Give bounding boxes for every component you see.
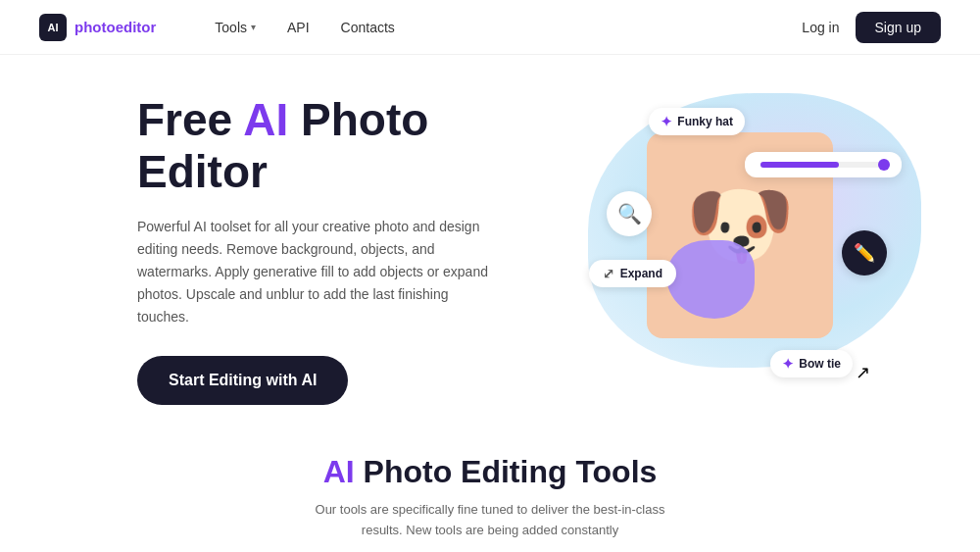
hero-section: Free AI PhotoEditor Powerful AI toolset … bbox=[0, 55, 980, 425]
logo-text: photoeditor bbox=[74, 19, 156, 35]
signup-button[interactable]: Sign up bbox=[856, 12, 941, 43]
plus-icon-2: ✦ bbox=[782, 356, 794, 372]
search-bubble: 🔍 bbox=[607, 191, 652, 236]
hero-description: Powerful AI toolset for all your creativ… bbox=[137, 216, 490, 328]
search-icon: 🔍 bbox=[617, 202, 642, 226]
hero-illustration: ✦ Funky hat 🔍 🐶 ⤢ Expand ✏️ bbox=[568, 103, 941, 397]
tools-section: AI Photo Editing Tools Our tools are spe… bbox=[0, 425, 980, 552]
progress-dot bbox=[878, 159, 890, 171]
progress-bar-track bbox=[760, 162, 888, 168]
cursor-icon: ↗ bbox=[856, 362, 870, 383]
progress-bar-fill bbox=[760, 162, 839, 168]
navbar: AI photoeditor Tools ▾ API Contacts Log … bbox=[0, 0, 980, 55]
expand-tag: ⤢ Expand bbox=[589, 260, 676, 287]
nav-links: Tools ▾ API Contacts bbox=[215, 20, 802, 35]
edit-bubble: ✏️ bbox=[842, 230, 887, 276]
chevron-down-icon: ▾ bbox=[251, 22, 256, 32]
logo-icon: AI bbox=[39, 14, 67, 41]
bow-tie-tag: ✦ Bow tie bbox=[770, 350, 853, 377]
progress-card bbox=[745, 152, 902, 177]
funky-hat-tag: ✦ Funky hat bbox=[649, 108, 745, 135]
edit-icon: ✏️ bbox=[854, 242, 875, 264]
start-editing-button[interactable]: Start Editing with AI bbox=[137, 356, 348, 405]
login-button[interactable]: Log in bbox=[802, 20, 839, 35]
expand-icon: ⤢ bbox=[603, 266, 614, 281]
nav-link-api[interactable]: API bbox=[287, 20, 310, 35]
tools-section-title: AI Photo Editing Tools bbox=[39, 454, 941, 490]
plus-icon: ✦ bbox=[661, 114, 672, 129]
nav-actions: Log in Sign up bbox=[802, 12, 941, 43]
hero-content: Free AI PhotoEditor Powerful AI toolset … bbox=[137, 94, 549, 405]
nav-link-tools[interactable]: Tools ▾ bbox=[215, 20, 256, 35]
nav-link-contacts[interactable]: Contacts bbox=[341, 20, 395, 35]
hero-title: Free AI PhotoEditor bbox=[137, 94, 549, 198]
logo[interactable]: AI photoeditor bbox=[39, 14, 156, 41]
tools-section-description: Our tools are specifically fine tuned to… bbox=[294, 500, 686, 541]
